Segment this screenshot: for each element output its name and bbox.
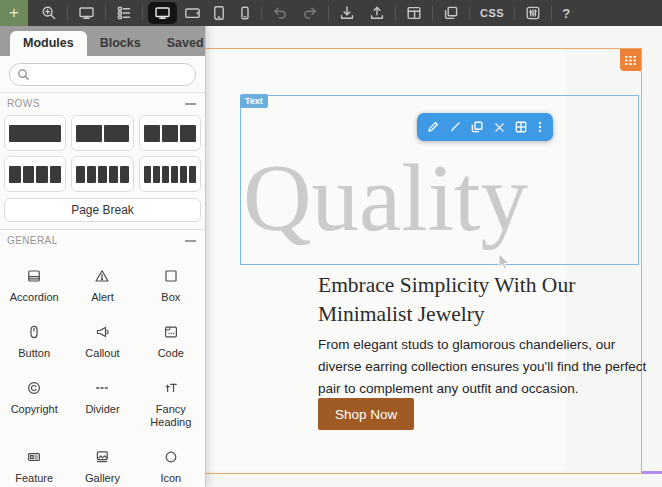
export-button[interactable] xyxy=(362,0,392,26)
row-layout-5col[interactable] xyxy=(71,156,133,192)
toolbar-separator xyxy=(551,6,552,20)
fancy-heading-icon xyxy=(163,380,179,396)
module-label: Callout xyxy=(85,347,119,361)
modules-grid: Accordion Alert Box Button Callout Code xyxy=(0,249,205,487)
layout-button[interactable] xyxy=(399,0,429,26)
settings-sliders-icon xyxy=(525,5,541,21)
module-label: Alert xyxy=(91,291,114,305)
drag-grid-icon xyxy=(625,56,636,65)
search-container xyxy=(0,56,205,92)
style-brush-button[interactable] xyxy=(445,113,465,141)
general-section-title: GENERAL xyxy=(7,235,58,246)
grid-layout-button[interactable] xyxy=(511,113,531,141)
export-icon xyxy=(369,5,385,21)
module-callout[interactable]: Callout xyxy=(68,315,136,371)
module-code[interactable]: Code xyxy=(137,315,205,371)
toolbar-separator xyxy=(142,6,143,20)
undo-button[interactable] xyxy=(265,0,295,26)
edit-button[interactable] xyxy=(423,113,443,141)
row-layout-6col[interactable] xyxy=(139,156,201,192)
divider-icon xyxy=(94,380,110,396)
redo-button[interactable] xyxy=(295,0,325,26)
module-icon[interactable]: Icon xyxy=(137,440,205,487)
css-button[interactable]: CSS xyxy=(473,0,511,26)
import-icon xyxy=(339,5,355,21)
search-input[interactable] xyxy=(9,63,196,86)
icon-circle-icon xyxy=(163,449,179,465)
shop-now-button[interactable]: Shop Now xyxy=(318,398,414,430)
row-drag-handle[interactable] xyxy=(620,49,641,71)
device-tablet-landscape-button[interactable] xyxy=(179,0,206,26)
collapse-rows-icon[interactable] xyxy=(185,103,196,105)
collapse-general-icon[interactable] xyxy=(185,240,196,242)
module-label: Accordion xyxy=(10,291,59,305)
row-layout-1col[interactable] xyxy=(4,115,66,151)
gallery-icon xyxy=(94,449,110,465)
top-toolbar: + xyxy=(0,0,662,26)
display-text: Quality xyxy=(243,149,528,249)
import-button[interactable] xyxy=(332,0,362,26)
toolbar-separator xyxy=(328,6,329,20)
module-label: Copyright xyxy=(11,403,58,417)
row-layouts-grid xyxy=(0,112,205,192)
toolbar-separator xyxy=(67,6,68,20)
more-options-button[interactable] xyxy=(533,113,547,141)
toolbar-separator xyxy=(261,6,262,20)
grid-icon xyxy=(514,120,528,134)
edit-pencil-icon xyxy=(426,120,440,134)
css-label: CSS xyxy=(480,7,504,19)
help-button[interactable]: ? xyxy=(555,0,577,26)
tab-blocks[interactable]: Blocks xyxy=(87,31,154,56)
module-feature[interactable]: Feature xyxy=(0,440,68,487)
row-layout-3col[interactable] xyxy=(139,115,201,151)
callout-megaphone-icon xyxy=(94,324,110,340)
zoom-button[interactable] xyxy=(34,0,64,26)
device-tablet-portrait-button[interactable] xyxy=(206,0,232,26)
pages-button[interactable] xyxy=(436,0,466,26)
settings-button[interactable] xyxy=(518,0,548,26)
device-mobile-icon xyxy=(237,5,253,21)
feature-icon xyxy=(26,449,42,465)
toolbar-separator xyxy=(514,6,515,20)
email-heading[interactable]: Embrace Simplicity With Our Minimalist J… xyxy=(318,271,638,329)
monitor-preview-icon xyxy=(78,5,95,21)
modules-sidebar: Modules Blocks Saved ROWS Page Break GEN… xyxy=(0,26,206,487)
toolbar-separator xyxy=(469,6,470,20)
pages-copy-icon xyxy=(443,5,459,21)
delete-x-icon xyxy=(493,121,506,134)
preview-button[interactable] xyxy=(71,0,102,26)
outline-structure-icon xyxy=(116,5,132,21)
device-desktop-button[interactable] xyxy=(148,2,177,24)
module-alert[interactable]: Alert xyxy=(68,259,136,315)
add-button[interactable]: + xyxy=(0,0,28,26)
page-break-button[interactable]: Page Break xyxy=(4,198,201,222)
device-tablet-portrait-icon xyxy=(211,5,227,21)
adjacent-element-outline xyxy=(642,471,662,474)
sidebar-tabbar: Modules Blocks Saved xyxy=(0,26,205,56)
row-layout-4col[interactable] xyxy=(4,156,66,192)
module-label: Feature xyxy=(15,472,53,486)
module-gallery[interactable]: Gallery xyxy=(68,440,136,487)
duplicate-icon xyxy=(470,120,484,134)
module-divider[interactable]: Divider xyxy=(68,371,136,441)
tab-modules[interactable]: Modules xyxy=(10,31,87,56)
duplicate-button[interactable] xyxy=(467,113,487,141)
module-label: Box xyxy=(161,291,180,305)
module-button[interactable]: Button xyxy=(0,315,68,371)
row-layout-2col[interactable] xyxy=(71,115,133,151)
delete-button[interactable] xyxy=(489,113,509,141)
module-accordion[interactable]: Accordion xyxy=(0,259,68,315)
search-icon xyxy=(17,68,30,81)
module-box[interactable]: Box xyxy=(137,259,205,315)
module-copyright[interactable]: Copyright xyxy=(0,371,68,441)
tab-saved[interactable]: Saved xyxy=(154,31,206,56)
help-label: ? xyxy=(562,6,570,21)
device-mobile-button[interactable] xyxy=(232,0,258,26)
structure-outline-button[interactable] xyxy=(109,0,139,26)
toolbar-separator xyxy=(432,6,433,20)
module-fancy-heading[interactable]: Fancy Heading xyxy=(137,371,205,441)
email-paragraph[interactable]: From elegant studs to glamorous chandeli… xyxy=(318,334,659,400)
box-icon xyxy=(163,268,179,284)
code-icon xyxy=(163,324,179,340)
module-label: Fancy Heading xyxy=(140,403,202,431)
